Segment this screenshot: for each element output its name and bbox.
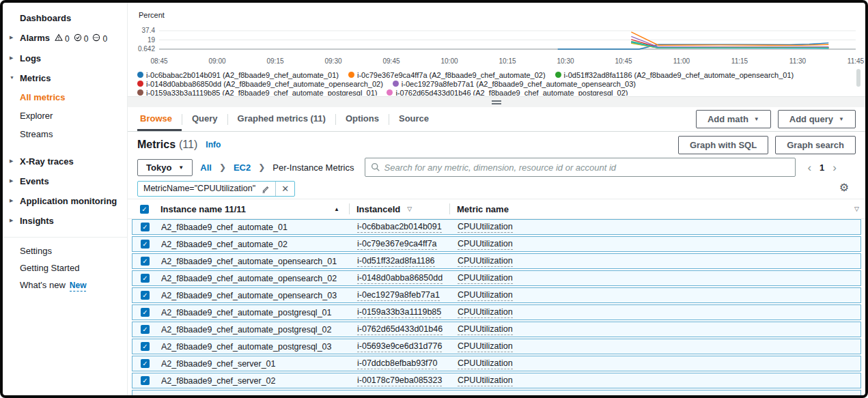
cell-instance-name: A2_f8baade9_chef_automate_postgresql_02 (161, 325, 350, 335)
sidebar-item-explorer[interactable]: Explorer (3, 106, 127, 125)
row-checkbox[interactable]: ✓ (141, 359, 150, 368)
cell-instance-id-wrap: i-05693e9ce6d31d776 (350, 341, 450, 352)
alarm-count: 0 (84, 34, 89, 44)
x-tick-label: 11:30 (789, 57, 806, 65)
table-row[interactable]: ✓A2_f8baade9_chef_automate_opensearch_02… (132, 270, 861, 286)
tab-graphed-metrics-11[interactable]: Graphed metrics (11) (228, 107, 335, 131)
table-settings-gear-icon[interactable]: ⚙ (839, 182, 849, 193)
table-row-grid: ✓A2_f8baade9_chef_automate_postgresql_01… (132, 305, 860, 319)
legend-color-dot (137, 72, 143, 78)
chart-legend: i-0c6babac2b014b091 (A2_f8baade9_chef_au… (137, 70, 848, 96)
row-checkbox[interactable]: ✓ (141, 223, 150, 231)
chevron-right-icon: ▶ (10, 178, 13, 184)
graph-tabs-row: BrowseQueryGraphed metrics (11)OptionsSo… (128, 107, 865, 132)
row-checkbox[interactable]: ✓ (141, 325, 150, 334)
x-tick-label: 10:15 (499, 57, 516, 65)
sidebar-item-metrics[interactable]: ▼Metrics (3, 68, 127, 88)
legend-item[interactable]: i-0ec19279a8feb77a1 (A2_f8baade9_chef_au… (393, 79, 636, 88)
x-tick-label: 11:00 (673, 57, 690, 65)
add-query-button[interactable]: Add query ▼ (778, 110, 856, 128)
page-prev-icon[interactable]: ‹ (807, 162, 811, 173)
row-checkbox[interactable]: ✓ (141, 342, 150, 351)
col-instance-name[interactable]: Instance name 11/11 (160, 204, 246, 214)
info-link[interactable]: Info (206, 140, 221, 150)
legend-item[interactable]: i-0d51ff32ad8fa1186 (A2_f8baade9_chef_au… (555, 70, 794, 79)
sidebar-item-dashboards[interactable]: Dashboards (3, 8, 127, 28)
breadcrumb-all[interactable]: All (200, 162, 212, 173)
graph-tabs: BrowseQueryGraphed metrics (11)OptionsSo… (137, 107, 438, 131)
cell-metric-name-wrap: CPUUtilization (451, 256, 847, 267)
filter-pill-remove[interactable]: ✕ (276, 182, 294, 196)
sidebar-item-label: All metrics (20, 92, 65, 102)
metric-search-input[interactable] (384, 162, 790, 173)
tab-source[interactable]: Source (389, 107, 438, 131)
tab-browse[interactable]: Browse (137, 107, 182, 131)
region-selector[interactable]: Tokyo ▼ (137, 159, 193, 176)
select-all-checkbox[interactable]: ✓ (140, 205, 149, 214)
sidebar-item-label: Metrics (20, 73, 51, 83)
cell-metric-name-wrap: CPUUtilization (451, 358, 847, 369)
caret-down-icon: ▼ (178, 165, 184, 171)
sidebar-item-application-monitoring[interactable]: ▶Application monitoring (3, 191, 127, 211)
legend-item[interactable]: i-0762d65d433d01b46 (A2_f8baade9_chef_au… (387, 88, 628, 96)
row-checkbox[interactable]: ✓ (141, 308, 150, 317)
caret-down-icon: ▼ (839, 116, 844, 122)
col-instance-id[interactable]: InstanceId (356, 204, 400, 214)
legend-item[interactable]: i-0159a33b3a1119b85 (A2_f8baade9_chef_au… (137, 88, 377, 96)
table-row[interactable]: ✓A2_f8baade9_chef_automate_postgresql_01… (132, 304, 861, 320)
cell-instance-name: A2_f8baade9_chef_automate_opensearch_01 (161, 257, 350, 266)
table-row[interactable]: ✓A2_f8baade9_chef_automate_postgresql_02… (132, 322, 861, 337)
chevron-right-icon: ▶ (10, 198, 13, 203)
table-row[interactable]: ✓A2_f8baade9_chef_server_02i-00178c79eba… (132, 373, 861, 388)
tabs-spacer (438, 107, 689, 131)
legend-scrollbar-thumb[interactable] (856, 69, 860, 87)
page-next-icon[interactable]: › (832, 162, 837, 173)
sidebar-item-logs[interactable]: ▶Logs (3, 48, 127, 68)
sidebar-item-events[interactable]: ▶Events (3, 171, 127, 191)
sidebar-item-what-s-new[interactable]: What's newNew (3, 276, 127, 294)
add-math-button[interactable]: Add math ▼ (696, 110, 771, 128)
tab-options[interactable]: Options (336, 107, 389, 131)
row-checkbox[interactable]: ✓ (141, 291, 150, 300)
filter-column-icon[interactable]: ▽ (407, 205, 412, 212)
graph-search-button[interactable]: Graph search (775, 136, 856, 154)
sidebar-item-x-ray-traces[interactable]: ▶X-Ray traces (3, 152, 127, 171)
sidebar-item-streams[interactable]: Streams (3, 125, 127, 143)
filter-pill-edit[interactable]: MetricName="CPUUtilization" (138, 182, 275, 196)
breadcrumb-ec2[interactable]: EC2 (234, 162, 251, 173)
legend-item[interactable]: i-0148d0abba86850dd (A2_f8baade9_chef_au… (137, 79, 383, 88)
table-row[interactable]: ✓A2_f8baade9_chef_automate_opensearch_03… (132, 287, 861, 303)
sidebar-item-label: Alarms (20, 33, 50, 43)
graph-with-sql-button[interactable]: Graph with SQL (678, 136, 768, 154)
sidebar-item-label: What's new (20, 280, 66, 290)
row-checkbox[interactable]: ✓ (141, 240, 150, 248)
filter-table-icon[interactable]: ▽ (854, 205, 861, 212)
resize-handle-icon[interactable] (489, 99, 504, 106)
sidebar-item-getting-started[interactable]: Getting Started (3, 259, 127, 276)
table-row[interactable]: ✓A2_f8baade9_chef_automate_opensearch_01… (132, 253, 861, 269)
col-metric-name[interactable]: Metric name (457, 204, 509, 214)
row-checkbox[interactable]: ✓ (141, 257, 150, 266)
y-tick-label: 0.642 (138, 45, 155, 53)
table-row[interactable]: ✓A2_f8baade9_chef_automate_postgresql_03… (132, 339, 861, 354)
x-tick-label: 09:15 (266, 57, 283, 65)
tab-query[interactable]: Query (182, 107, 227, 131)
table-row[interactable]: ✓A2_f8baade9_chef_automate_01i-0c6babac2… (132, 219, 861, 235)
sidebar-item-alarms[interactable]: ▶Alarms000 (3, 28, 127, 48)
legend-item[interactable]: i-0c6babac2b014b091 (A2_f8baade9_chef_au… (137, 70, 339, 79)
table-row[interactable]: ✓A2_f8baade9_chef_automate_02i-0c79e367e… (132, 236, 861, 252)
row-checkbox[interactable]: ✓ (141, 376, 150, 385)
sort-ascending-icon[interactable]: ▲ (334, 206, 339, 212)
sidebar-item-insights[interactable]: ▶Insights (3, 211, 127, 231)
sidebar-item-settings[interactable]: Settings (3, 242, 127, 259)
cell-instance-id: i-0159a33b3a1119b85 (357, 307, 441, 318)
cell-metric-name-wrap: CPUUtilization (451, 222, 847, 233)
alarm-count: 0 (102, 34, 107, 44)
legend-item[interactable]: i-0c79e367e9ca4ff7a (A2_f8baade9_chef_au… (348, 70, 546, 79)
row-checkbox[interactable]: ✓ (141, 274, 150, 283)
legend-color-dot (137, 81, 143, 87)
cell-metric-name: CPUUtilization (458, 358, 513, 369)
sidebar-item-all-metrics[interactable]: All metrics (3, 88, 127, 106)
page-number[interactable]: 1 (820, 162, 824, 173)
table-row[interactable]: ✓A2_f8baade9_chef_server_01i-07ddcb8efba… (132, 356, 861, 371)
